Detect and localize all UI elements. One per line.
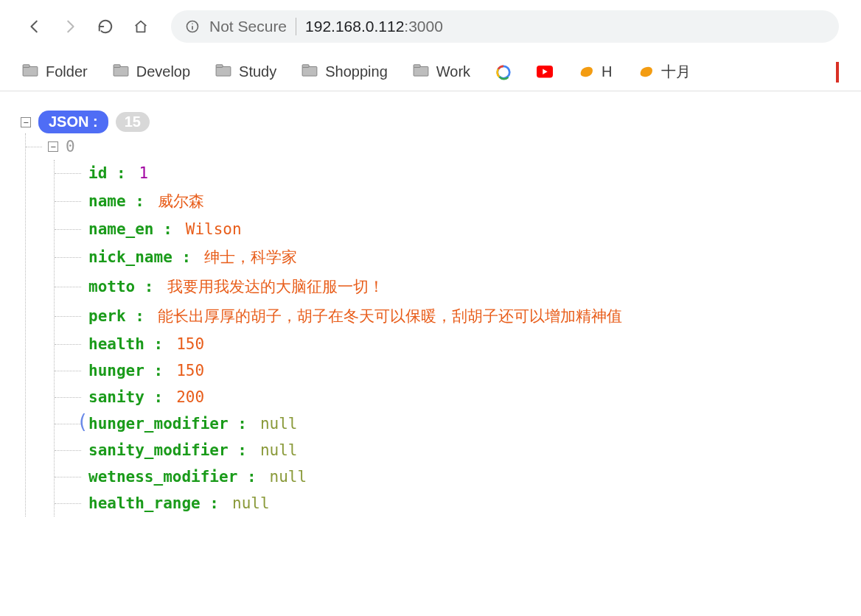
bookmark-label: H [602,63,612,80]
not-secure-label: Not Secure [209,18,287,35]
svg-rect-6 [114,65,120,68]
json-root-row: − JSON : 15 [21,111,840,133]
folder-icon [22,63,38,80]
json-property-row: perk :能长出厚厚的胡子，胡子在冬天可以保暖，刮胡子还可以增加精神值 [55,301,840,331]
bookmark-overflow-indicator[interactable] [836,62,839,83]
svg-rect-12 [414,65,420,68]
address-separator [296,18,296,35]
bookmark-label: Work [436,63,470,80]
forward-button[interactable] [57,14,83,39]
json-property-row: name :威尔森 [55,186,840,216]
home-button[interactable] [128,14,153,39]
url-port: :3000 [404,18,443,35]
json-item-count: 15 [116,112,150,132]
json-property-row: hunger :150 [55,357,840,384]
json-value: 150 [176,335,204,353]
bookmark-october[interactable]: 十月 [638,62,691,82]
svg-rect-10 [302,65,309,68]
json-value: null [232,494,270,512]
json-property-row: motto :我要用我发达的大脑征服一切！ [55,272,840,301]
json-key: health_range : [88,494,219,512]
json-value: Wilson [186,220,242,238]
back-button[interactable] [22,14,47,39]
google-icon [495,64,512,80]
json-key: hunger_modifier : [88,415,247,433]
bookmark-h[interactable]: H [578,63,612,80]
bookmark-label: Study [239,63,276,80]
json-property-row: wetness_modifier :null [55,463,840,490]
bookmark-work[interactable]: Work [413,63,470,80]
bookmark-youtube[interactable] [537,64,553,80]
bookmark-shopping[interactable]: Shopping [301,63,388,80]
json-root-label[interactable]: JSON : [38,111,108,133]
collapse-toggle[interactable]: − [21,117,31,127]
json-value: null [270,468,307,486]
svg-rect-8 [216,65,223,68]
json-key: sanity : [88,388,163,406]
blob-icon [638,64,654,80]
json-key: perk : [88,307,144,325]
address-url: 192.168.0.112:3000 [305,18,443,35]
address-bar[interactable]: Not Secure 192.168.0.112:3000 [171,10,839,43]
svg-rect-11 [414,67,428,77]
svg-point-2 [192,23,193,24]
json-property-row: id :1 [55,160,840,186]
json-value: 150 [176,362,204,379]
url-host: 192.168.0.112 [305,18,404,35]
json-key: nick_name : [88,248,191,266]
json-key: hunger : [88,362,163,379]
json-index-label: 0 [66,138,75,155]
svg-rect-3 [23,67,38,77]
json-viewer: − JSON : 15 − 0 id :1name :威尔森name_en :W… [0,91,861,536]
bookmarks-bar: Folder Develop Study Shopping Work H 十月 [0,53,861,91]
bookmark-label: Shopping [325,63,388,80]
json-property-row: sanity_modifier :null [55,437,840,463]
svg-rect-4 [23,65,29,68]
json-key: name : [88,192,144,210]
bookmark-develop[interactable]: Develop [113,63,190,80]
folder-icon [113,63,129,80]
reload-button[interactable] [93,14,118,39]
json-property-row: health :150 [55,331,840,357]
json-property-row: hunger_modifier :null( [55,410,840,437]
folder-icon [413,63,429,80]
json-property-row: sanity :200 [55,384,840,410]
json-key: health : [88,335,163,353]
json-value: null [260,415,298,433]
bookmark-label: 十月 [661,62,691,82]
svg-rect-7 [216,67,231,77]
bookmark-label: Develop [136,63,190,80]
svg-rect-9 [302,67,317,77]
browser-toolbar: Not Secure 192.168.0.112:3000 [0,0,861,53]
json-value: 1 [139,164,149,182]
blob-icon [578,64,594,80]
json-value: 绅士，科学家 [204,247,297,267]
json-property-row: nick_name :绅士，科学家 [55,242,840,272]
bookmark-google[interactable] [495,64,512,80]
json-key: name_en : [88,220,172,238]
folder-icon [301,63,318,80]
json-value: 200 [176,388,204,406]
json-property-row: health_range :null [55,490,840,517]
json-key: sanity_modifier : [88,441,247,459]
paren-decor-icon: ( [77,410,88,433]
svg-rect-5 [114,67,128,77]
folder-icon [215,63,231,80]
json-key: motto : [88,278,154,295]
json-key: wetness_modifier : [88,468,257,486]
json-array-index-row: − 0 [26,133,840,160]
bookmark-label: Folder [46,63,88,80]
bookmark-study[interactable]: Study [215,63,276,80]
json-value: null [260,441,298,459]
info-icon[interactable] [184,18,201,35]
json-property-row: name_en :Wilson [55,216,840,242]
collapse-toggle[interactable]: − [48,141,58,152]
json-key: id : [88,164,126,182]
bookmark-folder[interactable]: Folder [22,63,88,80]
json-value: 能长出厚厚的胡子，胡子在冬天可以保暖，刮胡子还可以增加精神值 [158,306,622,326]
json-value: 威尔森 [158,191,204,211]
youtube-icon [537,64,553,80]
json-value: 我要用我发达的大脑征服一切！ [167,276,384,297]
